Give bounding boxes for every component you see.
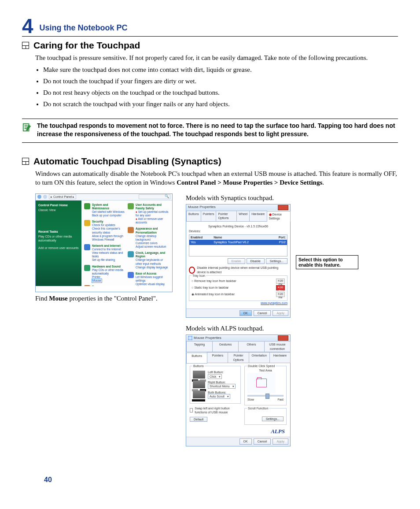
section-icon <box>22 42 29 49</box>
synaptics-title: Mouse Properties <box>188 205 216 210</box>
double-click-group: Double Click Speed Test Area SlowFast <box>244 366 287 405</box>
cat-ease[interactable]: Ease of AccessLet Windows suggest settin… <box>128 272 169 286</box>
tab-pointer-options[interactable]: Pointer Options <box>228 352 249 363</box>
search-input[interactable]: 🔍 <box>139 194 170 199</box>
mouse-link: Mouse <box>92 279 102 282</box>
system-icon <box>84 203 90 209</box>
speed-slider[interactable]: SlowFast <box>247 395 284 401</box>
cat-appearance[interactable]: Appearance and PersonalizationChange des… <box>128 227 169 249</box>
section-icon <box>22 158 29 165</box>
alps-window: Mouse Properties Tapping Gestures Others… <box>186 334 291 446</box>
addressbar: ▸ Control Panel ▸ 🔍 <box>36 194 172 201</box>
test-area[interactable] <box>247 373 276 393</box>
bullet-4: Do not scratch the touchpad with your fi… <box>43 100 398 108</box>
tab-pointers[interactable]: Pointers <box>207 352 228 363</box>
cat-programs[interactable]: ProgramsUninstall a programChange startu… <box>84 285 126 286</box>
cancel-button[interactable]: Cancel <box>254 438 271 444</box>
back-icon[interactable] <box>37 195 41 199</box>
security-icon <box>84 220 90 226</box>
tab-buttons[interactable]: Buttons <box>186 211 201 221</box>
swap-checkbox <box>190 408 193 412</box>
alps-title: Mouse Properties <box>194 336 221 341</box>
cat-clock[interactable]: Clock, Language, and RegionChange keyboa… <box>128 251 169 269</box>
tab-device-settings[interactable]: ◉Device Settings <box>267 211 291 222</box>
device-row: YesSynaptics TouchPad V6.2PS/2 <box>189 240 287 245</box>
section1-intro: The touchpad is pressure sensitive. If n… <box>35 53 398 62</box>
enable-button[interactable]: Enable <box>228 258 245 264</box>
synaptics-window: Mouse Properties Buttons Pointers Pointe… <box>186 204 291 318</box>
mouse-icon <box>188 336 192 340</box>
section-auto-heading: Automatic Touchpad Disabling (Synaptics) <box>22 155 398 167</box>
cat-network[interactable]: Network and InternetConnect to the Inter… <box>84 244 126 262</box>
tab-gestures[interactable]: Gestures <box>212 341 239 352</box>
control-panel-sidebar: Control Panel Home Classic View Recent T… <box>36 201 81 286</box>
both-button-row: Both Buttons:Auto Scroll <box>193 390 238 399</box>
fwd-icon[interactable] <box>43 195 47 199</box>
left-button-row: Left Button:Click <box>193 370 238 379</box>
chapter-title: Using the Notebook PC <box>40 22 128 33</box>
tab-buttons[interactable]: Buttons <box>186 353 207 364</box>
apply-button[interactable]: Apply <box>273 438 288 444</box>
hardware-icon <box>84 265 90 271</box>
note-text: The touchpad responds to movement not to… <box>37 122 398 139</box>
close-icon[interactable] <box>278 335 288 341</box>
tab-usb-mouse[interactable]: USB mouse connection <box>264 341 291 352</box>
tab-hardware[interactable]: Hardware <box>249 211 267 221</box>
cat-hardware[interactable]: Hardware and SoundPlay CDs or other medi… <box>84 265 126 283</box>
devices-label: Devices: <box>189 229 287 233</box>
section-caring-heading: Caring for the Touchpad <box>22 39 398 52</box>
tab-pointer-options[interactable]: Pointer Options <box>216 211 237 221</box>
tray-opt-2[interactable]: ○ Static tray icon in taskbar4:20 PM <box>192 285 285 290</box>
control-panel-categories: System and MaintenanceGet started with W… <box>81 201 172 286</box>
left-select[interactable]: Click <box>208 374 222 379</box>
note-icon <box>22 123 33 133</box>
settings-button[interactable]: Settings... <box>266 258 287 264</box>
tab-others[interactable]: Others <box>238 341 265 352</box>
both-select[interactable]: Auto Scroll <box>208 394 230 399</box>
swap-checkbox-row[interactable]: Swap left and right button functions of … <box>190 406 241 415</box>
cat-users[interactable]: User Accounts and Family Safety● Set up … <box>128 203 169 225</box>
tab-hardware[interactable]: Hardware <box>269 352 291 363</box>
cat-system[interactable]: System and MaintenanceGet started with W… <box>84 203 126 218</box>
device-list[interactable]: EnabledNamePort: YesSynaptics TouchPad V… <box>189 234 287 256</box>
folder-icon <box>256 379 267 387</box>
ok-button[interactable]: OK <box>239 310 252 316</box>
bullet-1: Make sure the touchpad does not come int… <box>43 65 398 74</box>
tab-tapping[interactable]: Tapping <box>186 341 213 352</box>
tab-orientation[interactable]: Orientation <box>249 352 270 363</box>
right-select[interactable]: Shortcut Menu <box>208 384 236 389</box>
section-caring-title: Caring for the Touchpad <box>33 39 140 52</box>
synaptics-link[interactable]: www.synaptics.com <box>261 301 287 305</box>
tray-opt-1[interactable]: ○ Remove tray icon from taskbar4:20 PM <box>192 279 285 284</box>
apply-button[interactable]: Apply <box>273 310 288 316</box>
cat-security[interactable]: SecurityCheck for updatesCheck this comp… <box>84 220 126 241</box>
chapter-header: 4 Using the Notebook PC <box>22 16 398 37</box>
alps-logo: ALPS <box>244 427 285 435</box>
scroll-group: Scroll Function Settings... <box>244 408 287 425</box>
tab-bar: Buttons Pointers Pointer Options Wheel H… <box>186 211 290 222</box>
programs-icon <box>84 285 90 286</box>
buttons-group: Buttons Left Button:Click Right Button:S… <box>190 366 241 404</box>
control-panel-window: ▸ Control Panel ▸ 🔍 Control Panel Home C… <box>35 193 173 292</box>
users-icon <box>128 203 134 209</box>
disable-checkbox-row[interactable]: Disable internal pointing device when ex… <box>189 266 287 274</box>
page-number: 40 <box>44 475 52 485</box>
appearance-icon <box>128 227 134 233</box>
note-box: The touchpad responds to movement not to… <box>22 119 398 143</box>
scroll-settings-button[interactable]: Settings... <box>262 416 284 421</box>
default-button[interactable]: Default <box>190 417 207 422</box>
tray-opt-3[interactable]: ◉ Animated tray icon in taskbar4:20 PM <box>192 292 285 297</box>
caption-synaptics: Models with Synaptics touchpad. <box>186 193 291 202</box>
ok-button[interactable]: OK <box>239 438 252 444</box>
close-icon[interactable] <box>278 205 288 210</box>
ease-icon <box>128 272 134 278</box>
disable-checkbox[interactable] <box>189 267 195 274</box>
section1-bullets: Make sure the touchpad does not come int… <box>35 65 398 109</box>
disable-button[interactable]: Disable <box>247 258 265 264</box>
tab-wheel[interactable]: Wheel <box>236 211 250 221</box>
section-auto-title: Automatic Touchpad Disabling (Synaptics) <box>33 155 221 167</box>
tab-pointers[interactable]: Pointers <box>201 211 217 221</box>
cancel-button[interactable]: Cancel <box>254 310 271 316</box>
device-label: Synaptics Pointing Device - v9.1.5 22Nov… <box>189 224 287 228</box>
section2-intro: Windows can automatically disable the No… <box>35 169 398 187</box>
